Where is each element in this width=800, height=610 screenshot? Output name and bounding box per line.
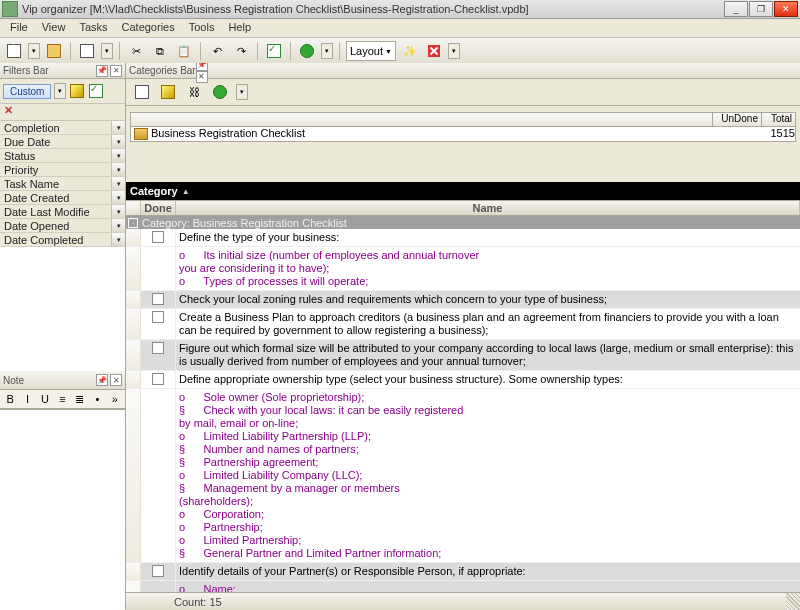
new-task-button[interactable] (4, 41, 24, 61)
paste-button[interactable]: 📋 (174, 41, 194, 61)
categories-pin-icon[interactable]: 📌 (196, 63, 208, 65)
filters-pin-icon[interactable]: 📌 (96, 65, 108, 66)
menubar: FileViewTasksCategoriesToolsHelp (0, 19, 800, 38)
categories-bar-header: Categories Bar 📌 ✕ (126, 63, 800, 65)
minimize-button[interactable]: _ (724, 1, 748, 17)
filters-bar-header: Filters Bar 📌 ✕ (0, 63, 125, 65)
menu-tasks[interactable]: Tasks (72, 19, 114, 37)
close-button[interactable]: ✕ (774, 1, 798, 17)
maximize-button[interactable]: ❐ (749, 1, 773, 17)
refresh-dropdown[interactable]: ▾ (321, 43, 333, 59)
cut-button[interactable]: ✂ (126, 41, 146, 61)
window-title: Vip organizer [M:\Vlad\Checklists\Busine… (22, 3, 724, 15)
menu-file[interactable]: File (3, 19, 35, 37)
app-icon (2, 1, 18, 17)
delete-dropdown[interactable]: ▾ (448, 43, 460, 59)
refresh-button[interactable] (297, 41, 317, 61)
layout-combo[interactable]: Layout ▼ (346, 41, 396, 61)
menu-help[interactable]: Help (221, 19, 258, 37)
doc-button[interactable] (77, 41, 97, 61)
delete-button[interactable] (424, 41, 444, 61)
menu-categories[interactable]: Categories (115, 19, 182, 37)
check-button[interactable] (264, 41, 284, 61)
titlebar: Vip organizer [M:\Vlad\Checklists\Busine… (0, 0, 800, 19)
chevron-down-icon: ▼ (385, 48, 392, 55)
menu-view[interactable]: View (35, 19, 73, 37)
undo-button[interactable]: ↶ (207, 41, 227, 61)
open-button[interactable] (44, 41, 64, 61)
filters-close-icon[interactable]: ✕ (110, 65, 122, 66)
menu-tools[interactable]: Tools (182, 19, 222, 37)
doc-dropdown[interactable]: ▾ (101, 43, 113, 59)
copy-button[interactable]: ⧉ (150, 41, 170, 61)
wand-button[interactable]: ✨ (400, 41, 420, 61)
window-controls: _ ❐ ✕ (724, 1, 798, 17)
main-toolbar: ▾ ▾ ✂ ⧉ 📋 ↶ ↷ ▾ Layout ▼ ✨ ▾ (0, 38, 800, 65)
new-task-dropdown[interactable]: ▾ (28, 43, 40, 59)
layout-label: Layout (350, 45, 383, 57)
redo-button[interactable]: ↷ (231, 41, 251, 61)
